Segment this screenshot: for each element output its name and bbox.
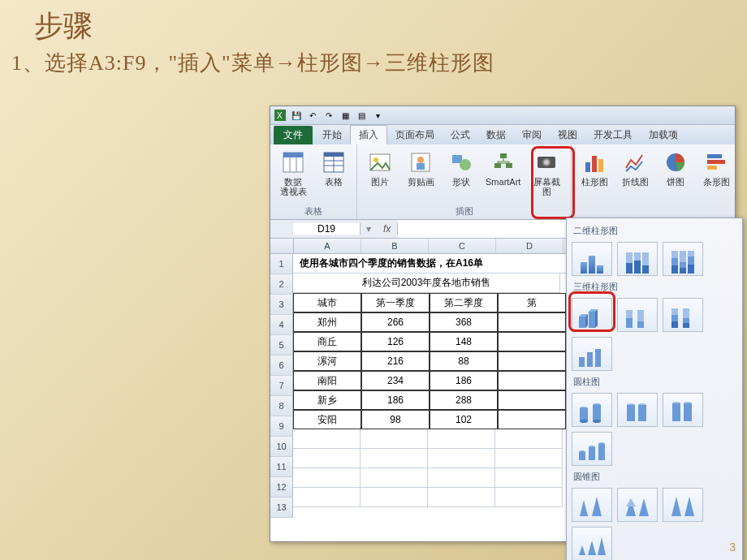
- chart-option-cone-2[interactable]: [617, 488, 658, 522]
- qat-dropdown-icon[interactable]: ▾: [371, 109, 384, 122]
- row-header[interactable]: 8: [270, 396, 293, 416]
- picture-button[interactable]: 图片: [362, 148, 398, 188]
- fx-label[interactable]: fx: [377, 223, 398, 235]
- cell[interactable]: 126: [361, 332, 430, 351]
- qat-btn[interactable]: ▦: [339, 109, 352, 122]
- col-C[interactable]: C: [429, 239, 496, 253]
- chart-option-cone-3[interactable]: [663, 488, 703, 522]
- cell[interactable]: [293, 429, 361, 449]
- chart-option-cone-1[interactable]: [572, 488, 612, 522]
- row-header[interactable]: 12: [270, 477, 293, 498]
- col-A[interactable]: A: [294, 239, 361, 253]
- cell[interactable]: [293, 468, 361, 488]
- cell[interactable]: [428, 488, 495, 507]
- cell[interactable]: [498, 410, 566, 429]
- chart-option-3d-stacked[interactable]: [617, 298, 658, 332]
- chart-option-2d-clustered[interactable]: [572, 242, 612, 276]
- table-button[interactable]: 表格: [316, 148, 352, 188]
- cell[interactable]: [361, 488, 428, 507]
- row-header[interactable]: 6: [270, 355, 293, 376]
- chart-option-cyl-3[interactable]: [663, 393, 703, 427]
- cell[interactable]: 第二季度: [430, 293, 498, 312]
- cell[interactable]: [428, 468, 495, 488]
- cell[interactable]: 郑州: [293, 312, 361, 332]
- tab-formulas[interactable]: 公式: [443, 126, 478, 144]
- chart-option-cone-4[interactable]: [572, 527, 612, 560]
- cell[interactable]: 漯河: [293, 351, 361, 371]
- row-header[interactable]: 13: [270, 498, 293, 518]
- cell[interactable]: [495, 468, 563, 488]
- row-header[interactable]: 10: [270, 437, 293, 457]
- pie-chart-button[interactable]: 饼图: [658, 148, 693, 188]
- row-header[interactable]: 2: [270, 274, 293, 295]
- column-chart-button[interactable]: 柱形图: [576, 148, 612, 188]
- cell[interactable]: 城市: [293, 293, 361, 312]
- tab-data[interactable]: 数据: [478, 126, 514, 144]
- clipart-button[interactable]: 剪贴画: [403, 148, 438, 188]
- cell[interactable]: 186: [430, 371, 498, 390]
- chart-option-cyl-1[interactable]: [572, 393, 612, 427]
- cell[interactable]: [293, 488, 361, 507]
- cell[interactable]: 安阳: [293, 410, 361, 429]
- undo-icon[interactable]: ↶: [306, 109, 319, 122]
- tab-review[interactable]: 审阅: [514, 126, 550, 144]
- cell[interactable]: 288: [430, 390, 498, 410]
- cell[interactable]: [293, 449, 361, 468]
- chart-option-3d-column[interactable]: [572, 337, 612, 371]
- col-B[interactable]: B: [361, 239, 429, 253]
- cell[interactable]: 第: [498, 293, 566, 312]
- cell[interactable]: 102: [430, 410, 498, 429]
- tab-view[interactable]: 视图: [550, 126, 585, 144]
- cell[interactable]: 266: [361, 312, 430, 332]
- line-chart-button[interactable]: 折线图: [617, 148, 653, 188]
- cell[interactable]: 南阳: [293, 371, 361, 390]
- cell[interactable]: 第一季度: [361, 293, 430, 312]
- cell[interactable]: [428, 449, 495, 468]
- row-header[interactable]: 1: [270, 254, 293, 274]
- smartart-button[interactable]: SmartArt: [484, 148, 522, 188]
- save-icon[interactable]: 💾: [290, 109, 303, 122]
- cell[interactable]: [498, 390, 566, 410]
- pivot-table-button[interactable]: 数据 透视表: [275, 148, 311, 198]
- cell[interactable]: [498, 371, 566, 390]
- row-header[interactable]: 3: [270, 295, 293, 315]
- cell[interactable]: 98: [361, 410, 430, 429]
- cell[interactable]: 234: [361, 371, 430, 390]
- row-header[interactable]: 5: [270, 335, 293, 355]
- row-header[interactable]: 11: [270, 457, 293, 477]
- tab-addins[interactable]: 加载项: [641, 126, 686, 144]
- qat-btn[interactable]: ▤: [355, 109, 368, 122]
- namebox-dropdown-icon[interactable]: ▾: [361, 223, 377, 235]
- chart-option-cyl-2[interactable]: [617, 393, 658, 427]
- cell[interactable]: 216: [361, 351, 430, 371]
- tab-insert[interactable]: 插入: [350, 125, 387, 144]
- chart-option-2d-stacked[interactable]: [617, 242, 658, 276]
- cell[interactable]: [498, 332, 566, 351]
- chart-option-3d-100stacked[interactable]: [663, 298, 703, 332]
- row-header[interactable]: 4: [270, 315, 293, 335]
- chart-option-cyl-4[interactable]: [572, 432, 612, 466]
- cell[interactable]: 368: [430, 312, 498, 332]
- cell[interactable]: [495, 488, 563, 507]
- cell[interactable]: [361, 449, 428, 468]
- shapes-button[interactable]: 形状: [443, 148, 479, 188]
- name-box[interactable]: D19: [293, 223, 361, 235]
- cell[interactable]: [495, 449, 563, 468]
- cell[interactable]: 新乡: [293, 390, 361, 410]
- cell[interactable]: [495, 429, 563, 449]
- redo-icon[interactable]: ↷: [322, 109, 335, 122]
- cell[interactable]: [498, 351, 566, 371]
- select-all-corner[interactable]: [270, 239, 294, 253]
- file-tab[interactable]: 文件: [274, 126, 313, 144]
- tab-page-layout[interactable]: 页面布局: [387, 126, 443, 144]
- cell[interactable]: [498, 312, 566, 332]
- cell[interactable]: [361, 468, 428, 488]
- row-header[interactable]: 9: [270, 416, 293, 437]
- cell[interactable]: [428, 429, 495, 449]
- chart-option-3d-clustered[interactable]: [572, 298, 612, 332]
- cell[interactable]: 148: [430, 332, 498, 351]
- bar-chart-button[interactable]: 条形图: [698, 148, 734, 188]
- row-header[interactable]: 7: [270, 376, 293, 396]
- col-D[interactable]: D: [496, 239, 563, 253]
- tab-home[interactable]: 开始: [314, 126, 350, 144]
